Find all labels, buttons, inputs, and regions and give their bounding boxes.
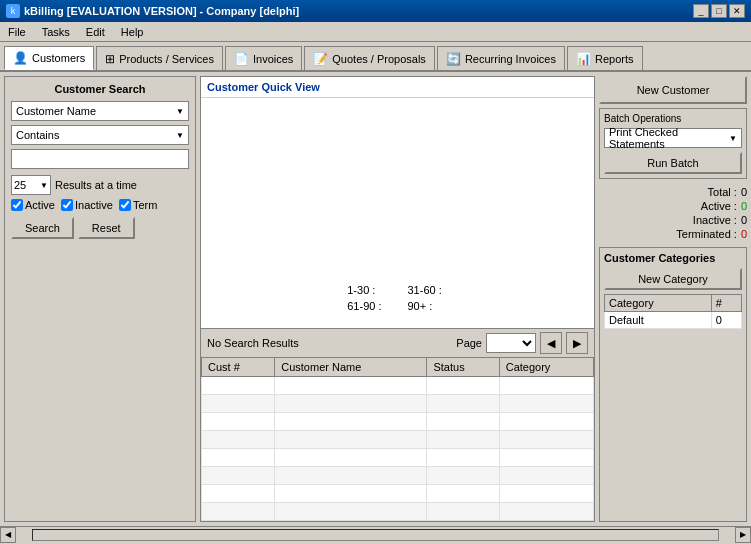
total-value: 0 bbox=[741, 186, 747, 198]
customers-table: Cust # Customer Name Status Category bbox=[201, 357, 594, 521]
category-name: Default bbox=[605, 312, 712, 329]
inactive-stat-value: 0 bbox=[741, 214, 747, 226]
bottom-scrollbar: ◀ ▶ bbox=[0, 526, 751, 542]
batch-operations-group: Batch Operations Print Checked Statement… bbox=[599, 108, 747, 179]
table-row bbox=[202, 395, 594, 413]
table-row bbox=[202, 377, 594, 395]
search-button[interactable]: Search bbox=[11, 217, 74, 239]
tab-invoices-label: Invoices bbox=[253, 53, 293, 65]
title-bar: k kBilling [EVALUATION VERSION] - Compan… bbox=[0, 0, 751, 22]
operator-dropdown-value: Contains bbox=[16, 129, 59, 141]
checkboxes-row: Active Inactive Term bbox=[11, 199, 189, 211]
tab-reports-label: Reports bbox=[595, 53, 634, 65]
tab-reports[interactable]: 📊 Reports bbox=[567, 46, 643, 70]
tab-customers[interactable]: 👤 Customers bbox=[4, 46, 94, 70]
menu-edit[interactable]: Edit bbox=[82, 25, 109, 39]
batch-dropdown-arrow: ▼ bbox=[729, 134, 737, 143]
menu-bar: File Tasks Edit Help bbox=[0, 22, 751, 42]
batch-ops-label: Batch Operations bbox=[604, 113, 742, 124]
quick-view-body: 1-30 : 31-60 : 61-90 : 90+ : bbox=[201, 98, 594, 328]
results-label: Results at a time bbox=[55, 179, 137, 191]
tab-invoices[interactable]: 📄 Invoices bbox=[225, 46, 302, 70]
field-dropdown-arrow: ▼ bbox=[176, 107, 184, 116]
center-panel: Customer Quick View 1-30 : 31-60 : 61-90… bbox=[200, 76, 595, 522]
table-row bbox=[202, 449, 594, 467]
results-count-arrow: ▼ bbox=[40, 181, 48, 190]
reports-icon: 📊 bbox=[576, 52, 591, 66]
products-icon: ⊞ bbox=[105, 52, 115, 66]
batch-dropdown[interactable]: Print Checked Statements ▼ bbox=[604, 128, 742, 148]
tab-recurring-label: Recurring Invoices bbox=[465, 53, 556, 65]
operator-dropdown[interactable]: Contains ▼ bbox=[11, 125, 189, 145]
table-row bbox=[202, 485, 594, 503]
stat-label-2: 61-90 : bbox=[347, 300, 381, 312]
main-content: Customer Search Customer Name ▼ Contains… bbox=[0, 72, 751, 526]
quick-view-title: Customer Quick View bbox=[201, 77, 594, 98]
recurring-icon: 🔄 bbox=[446, 52, 461, 66]
scroll-left-button[interactable]: ◀ bbox=[0, 527, 16, 543]
menu-file[interactable]: File bbox=[4, 25, 30, 39]
terminated-stat-label: Terminated : bbox=[676, 228, 737, 240]
tab-products[interactable]: ⊞ Products / Services bbox=[96, 46, 223, 70]
minimize-button[interactable]: _ bbox=[693, 4, 709, 18]
term-checkbox[interactable] bbox=[119, 199, 131, 211]
cat-col-category: Category bbox=[605, 295, 712, 312]
inactive-checkbox[interactable] bbox=[61, 199, 73, 211]
prev-page-button[interactable]: ◀ bbox=[540, 332, 562, 354]
col-cust-num: Cust # bbox=[202, 358, 275, 377]
results-count-value: 25 bbox=[14, 179, 26, 191]
term-label: Term bbox=[133, 199, 157, 211]
cat-col-count: # bbox=[711, 295, 741, 312]
inactive-label: Inactive bbox=[75, 199, 113, 211]
next-page-button[interactable]: ▶ bbox=[566, 332, 588, 354]
new-customer-button[interactable]: New Customer bbox=[599, 76, 747, 104]
table-row bbox=[202, 413, 594, 431]
tab-quotes[interactable]: 📝 Quotes / Proposals bbox=[304, 46, 435, 70]
quick-stats: 1-30 : 31-60 : 61-90 : 90+ : bbox=[347, 284, 448, 322]
scrollbar-track[interactable] bbox=[32, 529, 719, 541]
field-dropdown-value: Customer Name bbox=[16, 105, 96, 117]
no-results-text: No Search Results bbox=[207, 337, 299, 349]
menu-help[interactable]: Help bbox=[117, 25, 148, 39]
field-dropdown[interactable]: Customer Name ▼ bbox=[11, 101, 189, 121]
search-value-input[interactable] bbox=[11, 149, 189, 169]
table-row bbox=[202, 431, 594, 449]
categories-group: Customer Categories New Category Categor… bbox=[599, 247, 747, 522]
quotes-icon: 📝 bbox=[313, 52, 328, 66]
menu-tasks[interactable]: Tasks bbox=[38, 25, 74, 39]
tab-customers-label: Customers bbox=[32, 52, 85, 64]
stat-label-1: 31-60 : bbox=[408, 284, 442, 296]
search-panel: Customer Search Customer Name ▼ Contains… bbox=[4, 76, 196, 522]
category-row: Default 0 bbox=[605, 312, 742, 329]
scroll-right-button[interactable]: ▶ bbox=[735, 527, 751, 543]
invoices-icon: 📄 bbox=[234, 52, 249, 66]
batch-option-value: Print Checked Statements bbox=[609, 126, 729, 150]
results-count-dropdown[interactable]: 25 ▼ bbox=[11, 175, 51, 195]
col-category: Category bbox=[499, 358, 593, 377]
maximize-button[interactable]: □ bbox=[711, 4, 727, 18]
page-dropdown[interactable] bbox=[486, 333, 536, 353]
customers-icon: 👤 bbox=[13, 51, 28, 65]
categories-table: Category # Default 0 bbox=[604, 294, 742, 329]
col-customer-name: Customer Name bbox=[275, 358, 427, 377]
tab-products-label: Products / Services bbox=[119, 53, 214, 65]
stat-label-0: 1-30 : bbox=[347, 284, 375, 296]
stats-section: Total : 0 Active : 0 Inactive : 0 Termin… bbox=[599, 183, 747, 243]
total-label: Total : bbox=[708, 186, 737, 198]
active-checkbox[interactable] bbox=[11, 199, 23, 211]
close-button[interactable]: ✕ bbox=[729, 4, 745, 18]
new-category-button[interactable]: New Category bbox=[604, 268, 742, 290]
results-bar: No Search Results Page ◀ ▶ bbox=[201, 328, 594, 357]
reset-button[interactable]: Reset bbox=[78, 217, 135, 239]
active-label: Active bbox=[25, 199, 55, 211]
page-label: Page bbox=[456, 337, 482, 349]
run-batch-button[interactable]: Run Batch bbox=[604, 152, 742, 174]
terminated-stat-value: 0 bbox=[741, 228, 747, 240]
active-stat-label: Active : bbox=[701, 200, 737, 212]
table-row bbox=[202, 467, 594, 485]
active-stat-value: 0 bbox=[741, 200, 747, 212]
col-status: Status bbox=[427, 358, 499, 377]
right-panel: New Customer Batch Operations Print Chec… bbox=[599, 76, 747, 522]
tab-recurring[interactable]: 🔄 Recurring Invoices bbox=[437, 46, 565, 70]
tab-bar: 👤 Customers ⊞ Products / Services 📄 Invo… bbox=[0, 42, 751, 72]
